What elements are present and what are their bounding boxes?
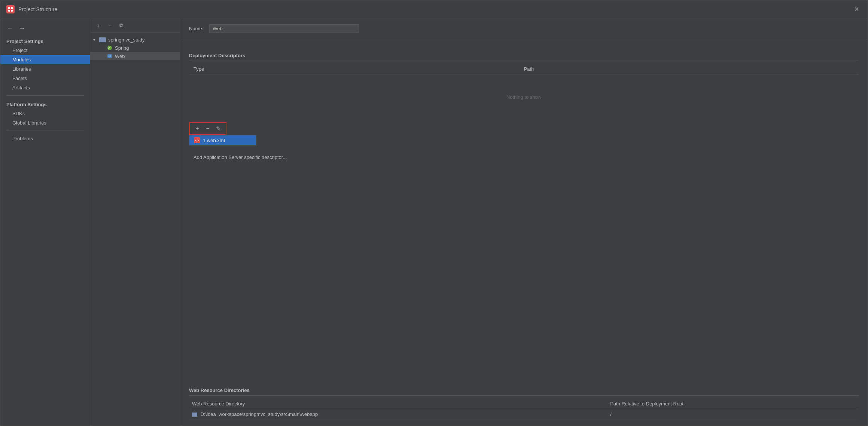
title-bar: Project Structure ✕ <box>0 0 868 18</box>
sub-toolbar-container: + − ✎ </> 1 web.xml <box>189 122 226 135</box>
name-input[interactable]: Web <box>209 24 359 33</box>
tree-content: ▾ springmvc_study ▾ Spring <box>90 33 180 426</box>
app-icon <box>6 5 15 13</box>
nav-arrows: ← → <box>0 21 90 36</box>
sidebar-item-artifacts[interactable]: Artifacts <box>0 83 90 92</box>
deployment-descriptors-title: Deployment Descriptors <box>189 53 859 61</box>
sidebar-divider <box>6 95 84 96</box>
platform-settings-header: Platform Settings <box>0 99 90 109</box>
web-resource-table: Web Resource Directory Path Relative to … <box>189 399 859 420</box>
descriptor-dropdown: </> 1 web.xml <box>189 135 256 145</box>
tree-node-spring[interactable]: ▾ Spring <box>90 44 180 52</box>
nothing-to-show: Nothing to show <box>189 74 859 119</box>
web-resource-title: Web Resource Directories <box>189 387 859 396</box>
project-settings-header: Project Settings <box>0 36 90 46</box>
close-button[interactable]: ✕ <box>851 4 862 15</box>
web-icon <box>107 53 113 59</box>
add-app-server-button[interactable]: Add Application Server specific descript… <box>189 153 291 162</box>
content-panel: Name: Web Deployment Descriptors Type Pa… <box>180 18 868 426</box>
svg-rect-2 <box>8 10 10 12</box>
sidebar-item-project[interactable]: Project <box>0 46 90 55</box>
sidebar-divider-2 <box>6 131 84 131</box>
main-content: ← → Project Settings Project Modules Lib… <box>0 18 868 426</box>
sidebar-item-sdks[interactable]: SDKs <box>0 109 90 118</box>
deployment-descriptors-section: Deployment Descriptors Type Path Nothing… <box>180 47 868 166</box>
sub-toolbar: + − ✎ <box>189 122 226 135</box>
forward-button[interactable]: → <box>17 24 27 33</box>
web-resource-directory-header: Web Resource Directory <box>189 399 607 409</box>
descriptor-edit-button[interactable]: ✎ <box>214 125 222 132</box>
tree-add-button[interactable]: + <box>95 21 103 30</box>
svg-text:</>: </> <box>195 139 199 142</box>
web-resource-directory-cell: D:\idea_workspace\springmvc_study\src\ma… <box>189 409 607 420</box>
svg-point-4 <box>107 46 112 50</box>
sidebar-item-libraries[interactable]: Libraries <box>0 64 90 74</box>
svg-rect-3 <box>11 10 13 12</box>
xml-icon: </> <box>194 137 200 143</box>
sidebar-item-problems[interactable]: Problems <box>0 134 90 143</box>
web-resource-section: Web Resource Directories Web Resource Di… <box>180 381 868 426</box>
tree-node-springmvc-study[interactable]: ▾ springmvc_study <box>90 36 180 44</box>
dialog-title: Project Structure <box>18 6 851 12</box>
descriptor-add-button[interactable]: + <box>194 125 201 132</box>
spacer <box>180 166 868 381</box>
name-label: Name: <box>189 26 203 31</box>
chevron-down-icon: ▾ <box>93 38 98 42</box>
descriptor-remove-button[interactable]: − <box>204 125 211 132</box>
add-app-server-container: Add Application Server specific descript… <box>189 154 859 160</box>
folder-icon-small <box>192 413 197 417</box>
web-resource-row: D:\idea_workspace\springmvc_study\src\ma… <box>189 409 859 420</box>
sidebar-item-facets[interactable]: Facets <box>0 74 90 83</box>
svg-rect-0 <box>8 7 10 9</box>
path-relative-header: Path Relative to Deployment Root <box>607 399 859 409</box>
tree-copy-button[interactable]: ⧉ <box>117 21 125 30</box>
tree-toolbar: + − ⧉ <box>90 18 180 33</box>
tree-node-web[interactable]: ▾ Web <box>90 52 180 60</box>
spring-icon <box>107 45 113 51</box>
web-xml-option[interactable]: </> 1 web.xml <box>189 135 256 145</box>
project-structure-dialog: Project Structure ✕ ← → Project Settings… <box>0 0 868 426</box>
sidebar: ← → Project Settings Project Modules Lib… <box>0 18 90 426</box>
path-relative-cell: / <box>607 409 859 420</box>
deployment-table-header: Type Path <box>189 64 859 74</box>
back-button[interactable]: ← <box>5 24 15 33</box>
svg-rect-1 <box>11 7 13 9</box>
tree-remove-button[interactable]: − <box>106 21 114 30</box>
path-column-header: Path <box>524 66 855 72</box>
sidebar-item-modules[interactable]: Modules <box>0 55 90 64</box>
type-column-header: Type <box>194 66 524 72</box>
name-row: Name: Web <box>180 18 868 39</box>
sidebar-item-global-libraries[interactable]: Global Libraries <box>0 118 90 128</box>
tree-panel: + − ⧉ ▾ springmvc_study ▾ <box>90 18 180 426</box>
folder-icon <box>99 37 106 42</box>
